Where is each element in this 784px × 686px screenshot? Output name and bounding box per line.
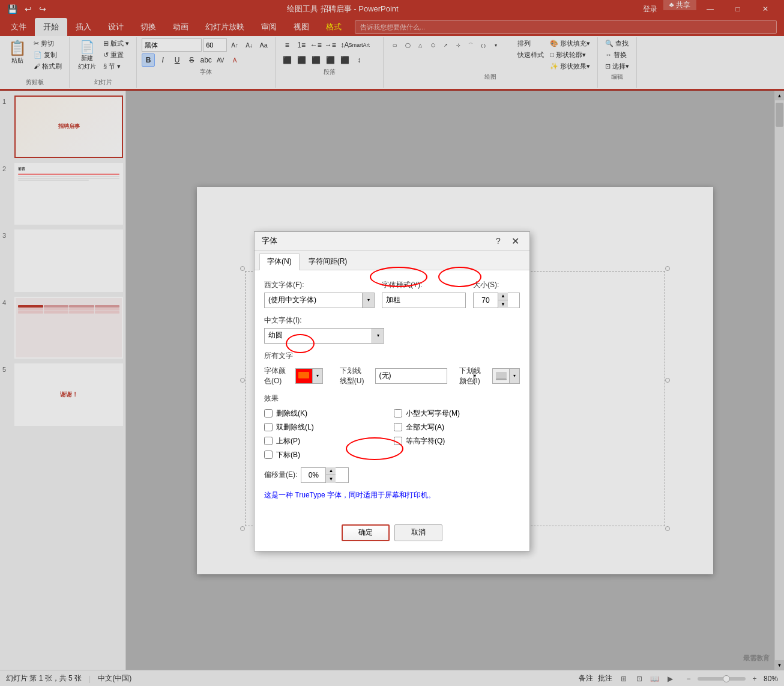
format-painter-btn[interactable]: 🖌 格式刷 [31,61,64,71]
layout-btn[interactable]: ⊞ 版式 ▾ [101,38,131,49]
increase-font-btn[interactable]: A↑ [228,38,241,52]
shape-fill-btn[interactable]: 🎨 形状填充▾ [547,38,593,49]
handle-mr[interactable] [665,378,670,383]
replace-btn[interactable]: ↔ 替换 [603,50,632,60]
handle-tl[interactable] [240,266,245,271]
all-caps-check[interactable] [394,423,402,431]
color-btn[interactable]: ▾ [295,368,323,384]
tab-review[interactable]: 审阅 [253,18,285,36]
shape-expand[interactable]: ▾ [489,38,502,52]
tab-home[interactable]: 开始 [35,18,67,36]
handle-ml[interactable] [240,378,245,383]
chinese-font-input[interactable] [265,330,372,341]
sorter-view-btn[interactable]: ⊡ [633,672,646,685]
search-placeholder[interactable]: 告诉我您想要做什么... [360,23,425,32]
font-dialog[interactable]: 字体 ? ✕ 字体(N) 字符间距(R) 西文字体(F): ▾ [254,231,530,551]
paste-btn[interactable]: 📋 粘贴 [5,38,30,66]
smartart-btn[interactable]: SmartArt [352,38,366,52]
shape-5[interactable]: ↗ [439,38,452,52]
columns-btn[interactable]: ⬛ [338,53,351,67]
western-font-field[interactable]: ▾ [264,293,375,308]
offset-up-btn[interactable]: ▲ [326,467,336,475]
tab-slideshow[interactable]: 幻灯片放映 [197,18,253,36]
tab-file[interactable]: 文件 [2,18,35,36]
handle-tr[interactable] [665,266,670,271]
shape-8[interactable]: ( ) [477,38,490,52]
line-spacing-btn[interactable]: ↕ [352,53,366,67]
western-font-input[interactable] [265,295,362,306]
dialog-tab-font[interactable]: 字体(N) [259,253,300,270]
slide-thumb-5[interactable]: 5 谢谢！ [2,363,123,426]
justify-btn[interactable]: ⬛ [324,53,337,67]
italic-btn[interactable]: I [156,53,169,67]
color-dropdown-arrow[interactable]: ▾ [313,369,322,383]
strikethrough-check[interactable] [264,409,273,417]
subscript-check[interactable] [264,451,273,459]
slide-image-3[interactable] [14,229,123,292]
cancel-btn[interactable]: 取消 [394,524,442,541]
bullets-btn[interactable]: ≡ [280,38,294,52]
slide-thumb-3[interactable]: 3 [2,229,123,292]
small-caps-check[interactable] [394,409,402,417]
font-color-btn[interactable]: A [228,53,241,67]
vertical-scrollbar[interactable]: ▲ ▼ [774,91,784,670]
size-spinbox[interactable]: ▲ ▼ [473,293,520,308]
shape-3[interactable]: △ [414,38,427,52]
ok-btn[interactable]: 确定 [342,524,390,541]
dialog-help-btn[interactable]: ? [491,234,505,248]
size-input[interactable] [474,295,498,306]
tab-insert[interactable]: 插入 [67,18,100,36]
shadow-btn[interactable]: abc [199,53,213,67]
notes-btn[interactable]: 备注 [579,673,593,684]
decrease-indent-btn[interactable]: ←≡ [309,38,322,52]
normal-view-btn[interactable]: ⊞ [617,672,630,685]
tab-transitions[interactable]: 切换 [132,18,164,36]
undo-icon[interactable]: ↩ [22,3,34,15]
clear-format-btn[interactable]: Aa [257,38,270,52]
zoom-out-btn[interactable]: − [682,672,695,685]
font-size-input[interactable] [203,38,227,52]
sort-btn[interactable]: 排列 [515,38,546,49]
align-center-btn[interactable]: ⬛ [295,53,308,67]
offset-input[interactable] [301,470,325,481]
shape-1[interactable]: ▭ [388,38,402,52]
slide-thumb-1[interactable]: 1 招聘启事 [2,96,123,158]
slide-image-5[interactable]: 谢谢！ [14,363,123,426]
size-down-btn[interactable]: ▼ [498,300,508,308]
tab-view[interactable]: 视图 [285,18,318,36]
shape-6[interactable]: ⊹ [451,38,465,52]
underline-color-btn[interactable]: ▾ [492,368,520,384]
redo-icon[interactable]: ↪ [37,3,49,15]
offset-down-btn[interactable]: ▼ [326,475,336,483]
double-strike-check[interactable] [264,423,273,431]
share-btn[interactable]: ♣ 共享 [663,0,696,10]
strikethrough-btn[interactable]: S [185,53,198,67]
copy-btn[interactable]: 📄 复制 [31,50,64,60]
tab-design[interactable]: 设计 [100,18,132,36]
tab-format[interactable]: 格式 [318,18,350,36]
new-slide-btn[interactable]: 📄 新建幻灯片 [74,38,100,72]
shape-7[interactable]: ⌒ [464,38,477,52]
underline-type-input[interactable] [376,371,473,381]
slide-image-4[interactable] [14,297,123,359]
align-right-btn[interactable]: ⬛ [309,53,322,67]
font-name-input[interactable] [142,38,202,52]
zoom-in-btn[interactable]: + [748,672,761,685]
underline-color-arrow[interactable]: ▾ [510,369,519,383]
chinese-font-arrow[interactable]: ▾ [372,329,384,343]
style-input[interactable] [382,295,480,306]
reading-view-btn[interactable]: 📖 [648,672,662,685]
section-btn[interactable]: § 节 ▾ [101,61,131,71]
offset-spinbox[interactable]: ▲ ▼ [301,467,349,483]
shape-outline-btn[interactable]: □ 形状轮廓▾ [547,50,593,60]
style-field[interactable]: ▾ [382,293,466,308]
slide-thumb-4[interactable]: 4 [2,297,123,359]
comments-btn[interactable]: 批注 [598,673,612,684]
underline-btn[interactable]: U [170,53,184,67]
tab-animations[interactable]: 动画 [164,18,197,36]
select-btn[interactable]: ⊡ 选择▾ [603,61,632,71]
save-icon[interactable]: 💾 [5,3,20,15]
zoom-slider[interactable] [698,677,746,681]
handle-bl[interactable] [240,526,245,531]
equi-height-check[interactable] [394,437,402,445]
